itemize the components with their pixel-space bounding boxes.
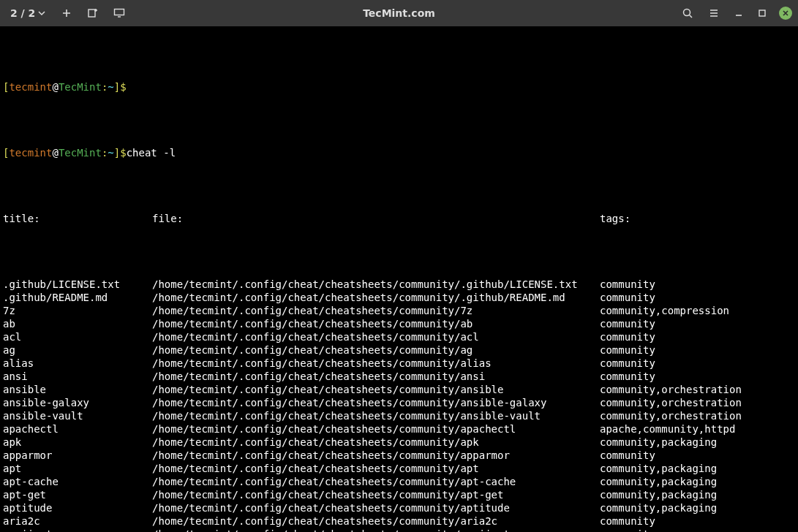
prompt-user: tecmint: [9, 147, 52, 159]
header-file: file:: [152, 212, 600, 225]
row-file: /home/tecmint/.config/cheat/cheatsheets/…: [152, 343, 600, 357]
row-file: /home/tecmint/.config/cheat/cheatsheets/…: [152, 396, 600, 409]
chevron-down-icon: [38, 10, 45, 17]
prompt-close-bracket: ]: [114, 81, 120, 93]
output-header-row: title: file: tags:: [3, 212, 795, 225]
row-tags: community: [600, 330, 795, 343]
prompt-line: [tecmint@TecMint:~]$: [3, 80, 795, 94]
row-title: .github/README.md: [3, 291, 152, 304]
row-file: /home/tecmint/.config/cheat/cheatsheets/…: [152, 488, 600, 501]
row-tags: community: [600, 278, 795, 291]
svg-rect-3: [759, 10, 765, 16]
new-window-icon: [87, 7, 99, 19]
row-title: .github/LICENSE.txt: [3, 278, 152, 291]
search-button[interactable]: [680, 5, 696, 21]
output-rows: .github/LICENSE.txt/home/tecmint/.config…: [3, 278, 795, 532]
new-tab-button[interactable]: [59, 5, 75, 21]
row-file: /home/tecmint/.config/cheat/cheatsheets/…: [152, 514, 600, 528]
row-title: asciiart: [3, 528, 152, 532]
output-row: aptitude/home/tecmint/.config/cheat/chea…: [3, 501, 795, 514]
prompt-at: @: [52, 147, 58, 159]
monitor-icon: [113, 8, 125, 18]
output-row: apt-get/home/tecmint/.config/cheat/cheat…: [3, 488, 795, 501]
row-tags: community,packaging: [600, 475, 795, 488]
svg-rect-0: [89, 10, 95, 17]
terminal-body[interactable]: [tecmint@TecMint:~]$ [tecmint@TecMint:~]…: [0, 26, 798, 532]
prompt-user: tecmint: [9, 81, 52, 93]
row-title: ab: [3, 317, 152, 330]
prompt-path: ~: [108, 81, 113, 93]
output-row: apk/home/tecmint/.config/cheat/cheatshee…: [3, 436, 795, 449]
row-file: /home/tecmint/.config/cheat/cheatsheets/…: [152, 501, 600, 514]
row-tags: community: [600, 528, 795, 532]
row-file: /home/tecmint/.config/cheat/cheatsheets/…: [152, 291, 600, 304]
row-file: /home/tecmint/.config/cheat/cheatsheets/…: [152, 475, 600, 488]
prompt-dollar: $: [120, 81, 126, 93]
row-title: apparmor: [3, 449, 152, 462]
row-title: apt-cache: [3, 475, 152, 488]
row-file: /home/tecmint/.config/cheat/cheatsheets/…: [152, 383, 600, 396]
row-title: aria2c: [3, 514, 152, 528]
command-text: cheat -l: [127, 147, 176, 159]
output-row: .github/README.md/home/tecmint/.config/c…: [3, 291, 795, 304]
menu-button[interactable]: [706, 5, 722, 21]
row-tags: community: [600, 370, 795, 383]
new-window-button[interactable]: [85, 5, 101, 21]
prompt-at: @: [52, 81, 58, 93]
prompt-host: TecMint: [59, 81, 102, 93]
minimize-icon: [734, 9, 743, 18]
output-row: apt-cache/home/tecmint/.config/cheat/che…: [3, 475, 795, 488]
row-file: /home/tecmint/.config/cheat/cheatsheets/…: [152, 436, 600, 449]
row-file: /home/tecmint/.config/cheat/cheatsheets/…: [152, 304, 600, 317]
window-titlebar: 2 / 2 TecMint.com: [0, 0, 798, 26]
svg-point-2: [684, 10, 690, 16]
row-file: /home/tecmint/.config/cheat/cheatsheets/…: [152, 370, 600, 383]
row-title: apt: [3, 462, 152, 475]
row-tags: community: [600, 514, 795, 528]
row-tags: apache,community,httpd: [600, 422, 795, 436]
row-file: /home/tecmint/.config/cheat/cheatsheets/…: [152, 357, 600, 370]
row-title: apachectl: [3, 422, 152, 436]
prompt-line: [tecmint@TecMint:~]$cheat -l: [3, 146, 795, 159]
titlebar-left-cluster: 2 / 2: [6, 5, 127, 21]
row-file: /home/tecmint/.config/cheat/cheatsheets/…: [152, 449, 600, 462]
row-file: /home/tecmint/.config/cheat/cheatsheets/…: [152, 317, 600, 330]
row-title: ansible-galaxy: [3, 396, 152, 409]
output-row: apparmor/home/tecmint/.config/cheat/chea…: [3, 449, 795, 462]
row-tags: community: [600, 449, 795, 462]
output-row: ansible/home/tecmint/.config/cheat/cheat…: [3, 383, 795, 396]
plus-icon: [61, 8, 72, 18]
row-tags: community,packaging: [600, 462, 795, 475]
row-title: acl: [3, 330, 152, 343]
prompt-path: ~: [108, 147, 113, 159]
close-button[interactable]: [779, 7, 792, 20]
row-file: /home/tecmint/.config/cheat/cheatsheets/…: [152, 278, 600, 291]
prompt-close-bracket: ]: [114, 147, 120, 159]
maximize-icon: [758, 9, 767, 18]
maximize-button[interactable]: [756, 7, 769, 20]
row-title: aptitude: [3, 501, 152, 514]
row-title: alias: [3, 357, 152, 370]
row-title: ansi: [3, 370, 152, 383]
row-file: /home/tecmint/.config/cheat/cheatsheets/…: [152, 422, 600, 436]
hamburger-icon: [709, 8, 719, 18]
close-icon: [782, 10, 789, 17]
screen-button[interactable]: [111, 5, 127, 21]
header-tags: tags:: [600, 212, 795, 225]
output-row: ansi/home/tecmint/.config/cheat/cheatshe…: [3, 370, 795, 383]
row-title: apk: [3, 436, 152, 449]
tab-indicator-label: 2 / 2: [10, 7, 35, 20]
tab-indicator[interactable]: 2 / 2: [6, 7, 48, 20]
output-row: ansible-vault/home/tecmint/.config/cheat…: [3, 409, 795, 422]
row-tags: community: [600, 343, 795, 357]
search-icon: [682, 7, 693, 19]
minimize-button[interactable]: [732, 7, 745, 20]
row-title: apt-get: [3, 488, 152, 501]
row-tags: community,orchestration: [600, 409, 795, 422]
row-title: ag: [3, 343, 152, 357]
row-tags: community,packaging: [600, 501, 795, 514]
output-row: .github/LICENSE.txt/home/tecmint/.config…: [3, 278, 795, 291]
output-row: ab/home/tecmint/.config/cheat/cheatsheet…: [3, 317, 795, 330]
output-row: ansible-galaxy/home/tecmint/.config/chea…: [3, 396, 795, 409]
row-title: 7z: [3, 304, 152, 317]
